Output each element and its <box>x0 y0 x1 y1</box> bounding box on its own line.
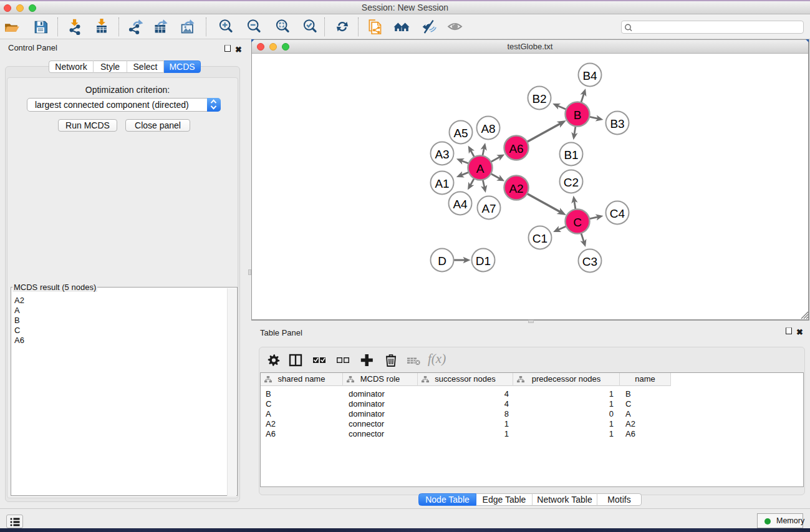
svg-text:A7: A7 <box>481 202 496 215</box>
svg-text:D: D <box>438 254 446 268</box>
svg-text:C: C <box>573 216 582 229</box>
svg-text:D1: D1 <box>476 254 491 268</box>
svg-text:C3: C3 <box>582 255 597 268</box>
svg-text:B1: B1 <box>564 148 578 162</box>
svg-text:B4: B4 <box>582 69 597 82</box>
svg-text:A8: A8 <box>481 122 495 135</box>
svg-text:A4: A4 <box>453 198 468 211</box>
svg-text:C2: C2 <box>564 176 579 189</box>
svg-text:A2: A2 <box>509 182 523 195</box>
svg-text:A3: A3 <box>435 148 449 161</box>
svg-text:A6: A6 <box>509 142 523 155</box>
svg-text:B2: B2 <box>532 92 546 105</box>
svg-text:B: B <box>574 109 582 122</box>
svg-text:A: A <box>476 162 485 175</box>
svg-text:B3: B3 <box>610 117 624 130</box>
svg-text:A1: A1 <box>435 177 449 190</box>
svg-text:C4: C4 <box>610 207 625 220</box>
svg-text:A5: A5 <box>453 127 468 140</box>
svg-text:C1: C1 <box>533 232 547 245</box>
